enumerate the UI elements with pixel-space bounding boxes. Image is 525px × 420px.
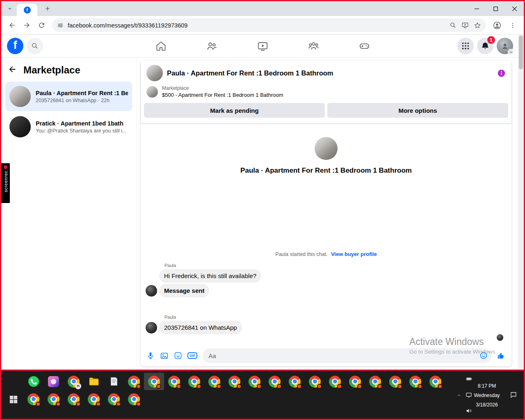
conversation-avatar[interactable] (146, 65, 163, 81)
chrome-badge (96, 402, 101, 406)
chrome-icon[interactable] (164, 373, 184, 390)
browser-menu-icon[interactable] (506, 18, 520, 32)
chrome-icon[interactable] (285, 373, 305, 390)
more-options-button[interactable]: More options (327, 103, 508, 118)
search-icon[interactable] (27, 38, 43, 54)
sidebar-title: Marketplace (23, 64, 80, 76)
message-list[interactable]: Paula · Apartment For Rent :1 Bedroom 1 … (141, 123, 511, 345)
chrome-icon[interactable] (385, 373, 405, 390)
close-icon[interactable] (505, 1, 524, 16)
mark-as-pending-button[interactable]: Mark as pending (144, 103, 325, 118)
chrome-icon[interactable] (124, 390, 144, 408)
file-explorer-icon[interactable] (84, 373, 104, 390)
whatsapp-icon[interactable] (23, 373, 43, 390)
minimize-icon[interactable] (467, 1, 486, 16)
chat-item-texts: Paula · Apartment For Rent :1 Bedr... 20… (36, 90, 128, 103)
chrome-icon[interactable] (305, 373, 325, 390)
tray-chevron-up-icon[interactable] (457, 392, 461, 399)
browser-tab-facebook[interactable]: f (17, 4, 37, 16)
scrollbar-thumb[interactable] (519, 36, 523, 69)
message-bubble[interactable]: Hi Frederick, is this still available? (159, 269, 261, 283)
screenrec-watermark: screenrec (1, 163, 10, 203)
chrome-icon[interactable] (325, 373, 345, 390)
chrome-icon[interactable] (405, 373, 425, 390)
forward-icon[interactable] (20, 19, 33, 32)
start-icon[interactable] (7, 393, 21, 406)
notes-icon[interactable] (104, 373, 124, 390)
chrome-icon[interactable] (265, 373, 285, 390)
gaming-icon[interactable] (339, 35, 390, 57)
site-settings-icon[interactable] (57, 22, 64, 29)
install-icon[interactable] (459, 19, 471, 32)
chrome-icon[interactable] (345, 373, 365, 390)
conversation-intro: Paula · Apartment For Rent :1 Bedroom 1 … (141, 137, 511, 175)
clock-time: 8:17 PM (468, 381, 506, 391)
taskbar-clock[interactable]: 8:17 PM Wednesday 3/18/2026 (468, 381, 506, 410)
action-center-icon[interactable] (510, 391, 517, 400)
facebook-favicon: f (24, 7, 31, 14)
new-tab-icon[interactable] (42, 3, 53, 14)
omnibox[interactable]: facebook.com/messages/t/933361192973609 (52, 18, 486, 32)
marketplace-context: Marketplace $500 - Apartment For Rent :1… (141, 84, 511, 101)
mic-icon[interactable] (146, 352, 155, 360)
sticker-icon[interactable] (174, 352, 182, 360)
message-bubbles: Hi Frederick, is this still available? M… (159, 269, 507, 297)
message-group: Paula 2035726841 on WhatsApp (146, 315, 507, 334)
chrome-badge (156, 384, 161, 389)
photo-icon[interactable] (160, 352, 169, 360)
friends-icon[interactable] (186, 35, 237, 57)
notifications-icon[interactable]: 1 (477, 38, 493, 54)
zoom-icon[interactable] (447, 19, 459, 32)
chrome-icon[interactable] (224, 373, 244, 390)
back-arrow-icon[interactable] (8, 65, 17, 75)
chrome-icon[interactable] (365, 373, 385, 390)
bookmark-star-icon[interactable] (471, 19, 484, 32)
chrome-icon[interactable] (84, 390, 104, 408)
chrome-icon[interactable] (124, 373, 144, 390)
chrome-badge (136, 402, 141, 406)
back-icon[interactable] (5, 19, 18, 32)
message-bubble[interactable]: Message sent (159, 284, 209, 297)
reload-icon[interactable] (35, 19, 48, 32)
chrome-icon-active[interactable] (144, 373, 164, 390)
tab-search-icon[interactable] (5, 3, 15, 14)
chrome-icon[interactable] (104, 390, 124, 408)
message-input[interactable] (203, 348, 491, 363)
page-scrollbar[interactable] (518, 35, 524, 370)
chrome-icon[interactable] (23, 390, 43, 408)
watch-icon[interactable] (237, 35, 288, 57)
chrome-badge (397, 384, 402, 389)
clock-day: Wednesday (468, 391, 506, 400)
chrome-icon[interactable] (184, 373, 204, 390)
browser-profile-icon[interactable] (490, 18, 504, 32)
home-icon[interactable] (135, 35, 186, 57)
chat-item-subtitle: 2035726841 on WhatsApp · 22h (36, 98, 128, 103)
browser-window: f (1, 1, 524, 370)
info-icon[interactable] (497, 69, 506, 78)
chrome-icon[interactable] (64, 390, 84, 408)
chrome-icon[interactable] (244, 373, 265, 390)
chrome-icon[interactable] (425, 373, 445, 390)
maximize-icon[interactable] (486, 1, 505, 16)
sender-avatar[interactable] (146, 285, 157, 297)
chrome-icon[interactable] (43, 390, 64, 408)
taskbar-row-1: H (23, 373, 445, 390)
apps-grid-icon[interactable] (457, 38, 474, 54)
sender-avatar[interactable] (146, 322, 157, 333)
media-app-icon[interactable] (43, 373, 64, 390)
view-buyer-profile-link[interactable]: View buyer profile (331, 251, 377, 257)
groups-icon[interactable] (288, 35, 339, 57)
facebook-logo-icon[interactable]: f (7, 38, 23, 54)
chat-list-item-paula[interactable]: Paula · Apartment For Rent :1 Bedr... 20… (5, 82, 132, 111)
screen: f (0, 0, 525, 420)
gif-icon[interactable]: GIF (187, 352, 197, 359)
message-bubble[interactable]: 2035726841 on WhatsApp (159, 321, 242, 334)
account-avatar[interactable] (497, 38, 513, 54)
url-text[interactable]: facebook.com/messages/t/933361192973609 (68, 22, 447, 29)
emoji-icon[interactable] (479, 352, 488, 360)
chrome-badge (176, 384, 181, 389)
chat-list-item-pratick[interactable]: Pratick · Apartment 1bed 1bath You: @Pra… (5, 112, 132, 142)
chrome-app-h-icon[interactable]: H (64, 373, 84, 390)
like-icon[interactable] (497, 351, 506, 360)
chrome-icon[interactable] (204, 373, 224, 390)
